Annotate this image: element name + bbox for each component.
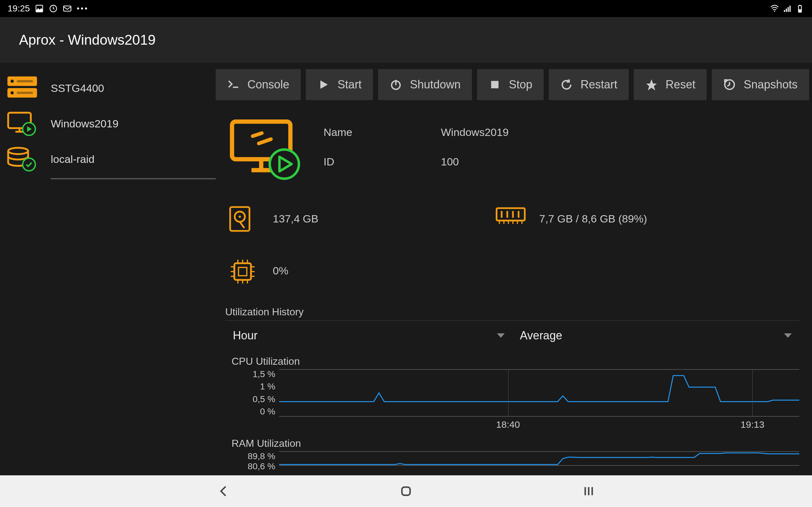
server-icon xyxy=(6,75,38,101)
stat-disk: 137,4 GB xyxy=(229,205,469,232)
vm-toolbar: Console Start Shutdown Stop Restart Rese… xyxy=(216,69,812,110)
button-label: Restart xyxy=(580,78,617,91)
sidebar-item-node[interactable]: SSTG4400 xyxy=(0,70,216,106)
aggregate-selector[interactable]: Average xyxy=(512,322,799,349)
svg-rect-14 xyxy=(17,80,33,82)
ram-chart: RAM Utilization 89,8 %80,6 % xyxy=(225,438,799,466)
sidebar-item-label: local-raid xyxy=(51,153,95,165)
svg-rect-16 xyxy=(17,92,33,94)
home-button[interactable] xyxy=(397,482,415,500)
svg-point-21 xyxy=(8,148,28,154)
button-label: Reset xyxy=(665,78,695,91)
vm-stats: 137,4 GB 7,7 GB / 8,6 GB (89%) 0% xyxy=(216,193,812,297)
svg-point-3 xyxy=(774,10,775,12)
recent-button[interactable] xyxy=(580,482,598,500)
battery-icon xyxy=(796,4,804,13)
chevron-down-icon xyxy=(784,333,792,338)
monitor-play-icon xyxy=(6,111,38,136)
svg-line-30 xyxy=(259,139,271,143)
selector-value: Average xyxy=(520,329,562,342)
svg-rect-4 xyxy=(784,10,785,12)
svg-line-29 xyxy=(253,133,262,136)
app-header: Aprox - Windows2019 xyxy=(0,17,812,63)
button-label: Stop xyxy=(509,78,532,91)
svg-rect-34 xyxy=(230,207,250,231)
page-title: Aprox - Windows2019 xyxy=(19,32,155,48)
button-label: Start xyxy=(338,78,362,91)
svg-point-36 xyxy=(239,216,241,218)
sidebar-item-label: Windows2019 xyxy=(51,118,119,130)
svg-rect-48 xyxy=(235,263,251,280)
cpu-chart: CPU Utilization 1,5 %1 %0,5 %0 % 18:4019… xyxy=(225,355,799,431)
status-time: 19:25 xyxy=(8,3,30,14)
stat-value: 137,4 GB xyxy=(273,213,318,225)
image-icon xyxy=(35,4,44,13)
cpu-y-axis: 1,5 %1 %0,5 %0 % xyxy=(225,369,279,417)
vm-running-icon xyxy=(229,117,301,180)
cpu-plot xyxy=(279,369,799,417)
stat-cpu: 0% xyxy=(229,257,469,284)
stat-value: 7,7 GB / 8,6 GB (89%) xyxy=(539,213,647,225)
android-nav-bar xyxy=(0,475,812,507)
restart-button[interactable]: Restart xyxy=(549,69,629,100)
more-icon: ••• xyxy=(77,4,89,13)
chart-title: CPU Utilization xyxy=(232,355,799,367)
prop-value: 100 xyxy=(441,156,459,168)
svg-rect-2 xyxy=(63,6,71,11)
prop-value: Windows2019 xyxy=(441,126,509,138)
stat-ram: 7,7 GB / 8,6 GB (89%) xyxy=(495,205,736,232)
prop-id: ID 100 xyxy=(323,156,509,168)
svg-rect-49 xyxy=(239,268,247,276)
android-status-bar: 19:25 ••• xyxy=(0,0,812,17)
prop-name: Name Windows2019 xyxy=(323,126,509,138)
clock-icon xyxy=(49,4,58,13)
svg-point-33 xyxy=(270,150,299,179)
section-title: Utilization History xyxy=(225,306,799,321)
ram-plot xyxy=(279,451,799,466)
shutdown-button[interactable]: Shutdown xyxy=(378,69,472,100)
button-label: Console xyxy=(247,78,289,91)
selector-value: Hour xyxy=(233,329,258,342)
disk-icon xyxy=(229,205,255,232)
cpu-x-axis: 18:4019:13 xyxy=(279,417,799,431)
wifi-icon xyxy=(770,4,779,13)
svg-rect-5 xyxy=(786,9,787,12)
svg-rect-7 xyxy=(790,6,791,12)
stat-value: 0% xyxy=(273,265,288,277)
svg-rect-26 xyxy=(491,81,499,88)
svg-point-15 xyxy=(10,91,14,95)
range-selector[interactable]: Hour xyxy=(225,322,512,349)
console-button[interactable]: Console xyxy=(216,69,301,100)
svg-rect-6 xyxy=(788,7,789,12)
reset-button[interactable]: Reset xyxy=(634,69,707,100)
chart-title: RAM Utilization xyxy=(232,438,799,449)
start-button[interactable]: Start xyxy=(306,69,373,100)
stop-button[interactable]: Stop xyxy=(477,69,544,100)
sidebar: SSTG4400 Windows2019 xyxy=(0,63,216,475)
prop-label: ID xyxy=(323,156,441,168)
sidebar-item-storage[interactable]: local-raid xyxy=(0,141,216,177)
svg-point-13 xyxy=(10,79,14,83)
mail-icon xyxy=(63,4,72,13)
button-label: Snapshots xyxy=(744,78,798,91)
sidebar-item-label: SSTG4400 xyxy=(51,82,104,95)
prop-label: Name xyxy=(323,126,441,138)
button-label: Shutdown xyxy=(410,78,461,91)
snapshots-button[interactable]: Snapshots xyxy=(712,69,809,100)
ram-y-axis: 89,8 %80,6 % xyxy=(225,451,279,466)
cpu-icon xyxy=(229,257,255,284)
sidebar-item-vm[interactable]: Windows2019 xyxy=(0,106,216,141)
utilization-history: Utilization History Hour Average CPU Uti… xyxy=(216,297,812,466)
ram-icon xyxy=(495,205,521,232)
signal-icon xyxy=(783,4,792,13)
chevron-down-icon xyxy=(497,333,505,338)
svg-rect-10 xyxy=(799,9,801,12)
content-pane: Console Start Shutdown Stop Restart Rese… xyxy=(216,63,812,475)
svg-rect-62 xyxy=(402,487,410,495)
svg-rect-9 xyxy=(799,5,801,5)
database-check-icon xyxy=(6,147,38,172)
vm-summary: Name Windows2019 ID 100 xyxy=(216,110,812,193)
back-button[interactable] xyxy=(214,482,232,500)
